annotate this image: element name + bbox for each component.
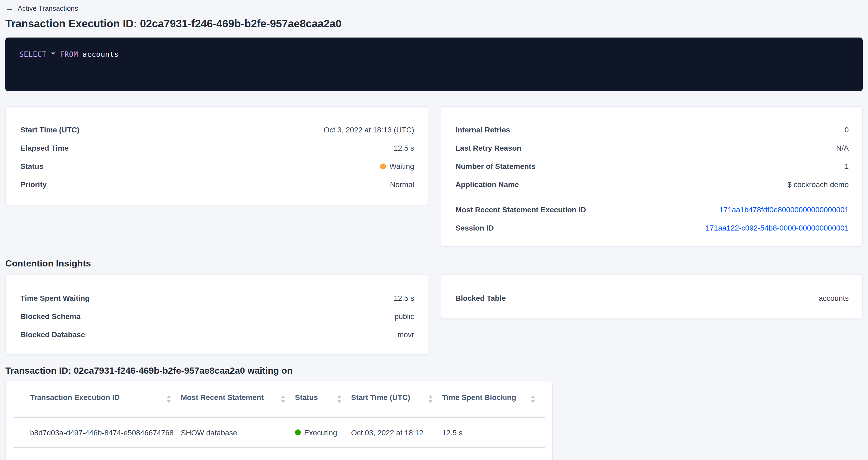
cell-most-recent-statement: SHOW database <box>181 428 295 437</box>
executing-status-dot-icon <box>295 429 301 435</box>
overview-cards-row: Start Time (UTC) Oct 3, 2022 at 18:13 (U… <box>5 106 863 247</box>
row-label: Priority <box>20 180 46 189</box>
row-value: Normal <box>390 180 414 189</box>
status-text: Waiting <box>390 162 414 171</box>
row-value: 12.5 s <box>394 144 414 152</box>
cell-time-spent-blocking: 12.5 s <box>442 428 545 437</box>
row-session-id: Session ID 171aa122-c092-54b8-0000-00000… <box>456 219 849 237</box>
column-header-transaction-execution-id[interactable]: Transaction Execution ID <box>30 393 181 405</box>
waiting-status-dot-icon <box>380 163 386 169</box>
contention-card-right: Blocked Table accounts <box>440 275 863 319</box>
row-internal-retries: Internal Retries 0 <box>456 121 849 139</box>
row-value: 0 <box>844 125 849 134</box>
row-value: public <box>395 312 414 320</box>
overview-card-left: Start Time (UTC) Oct 3, 2022 at 18:13 (U… <box>5 106 428 205</box>
row-label: Blocked Database <box>20 330 85 339</box>
row-value: Oct 3, 2022 at 18:13 (UTC) <box>323 125 414 134</box>
row-label: Blocked Schema <box>20 312 81 320</box>
row-last-retry-reason: Last Retry Reason N/A <box>456 139 849 157</box>
sql-statement-box: SELECT * FROM accounts <box>5 37 863 91</box>
row-application-name: Application Name $ cockroach demo <box>456 175 849 193</box>
cell-transaction-execution-id: b8d7d03a-d497-446b-8474-e50846674768 <box>30 428 181 437</box>
page-title: Transaction Execution ID: 02ca7931-f246-… <box>5 17 863 30</box>
row-status: Status Waiting <box>20 157 414 175</box>
row-value: 1 <box>844 162 849 171</box>
waiting-on-table-header: Transaction Execution ID Most Recent Sta… <box>13 381 545 418</box>
row-label: Status <box>20 162 43 171</box>
column-label[interactable]: Status <box>295 393 318 405</box>
contention-cards-row: Time Spent Waiting 12.5 s Blocked Schema… <box>5 275 863 355</box>
column-label[interactable]: Time Spent Blocking <box>442 393 516 405</box>
row-label: Application Name <box>456 180 519 189</box>
sort-icon[interactable] <box>428 395 432 403</box>
card-divider <box>456 197 849 197</box>
row-blocked-schema: Blocked Schema public <box>20 307 414 326</box>
session-id-link[interactable]: 171aa122-c092-54b8-0000-000000000001 <box>706 223 849 232</box>
waiting-on-table-card: Transaction Execution ID Most Recent Sta… <box>5 381 553 460</box>
sql-statement-text: SELECT * FROM accounts <box>19 50 863 58</box>
table-row: b8d7d03a-d497-446b-8474-e50846674768 SHO… <box>13 418 545 448</box>
column-header-status[interactable]: Status <box>295 393 351 405</box>
row-value: N/A <box>836 144 849 152</box>
row-label: Blocked Table <box>456 294 506 302</box>
row-label: Elapsed Time <box>20 144 69 152</box>
sql-keyword-from: FROM <box>60 50 78 58</box>
sql-keyword-select: SELECT <box>19 50 46 58</box>
row-value: accounts <box>819 294 849 302</box>
row-label: Internal Retries <box>456 125 510 134</box>
contention-insights-heading: Contention Insights <box>5 258 863 269</box>
row-time-spent-waiting: Time Spent Waiting 12.5 s <box>20 289 414 307</box>
status-text: Executing <box>304 428 337 437</box>
column-label[interactable]: Transaction Execution ID <box>30 393 120 405</box>
cell-status: Executing <box>295 428 351 437</box>
back-link-label[interactable]: Active Transactions <box>18 4 78 12</box>
column-header-start-time[interactable]: Start Time (UTC) <box>351 393 442 405</box>
row-value: 12.5 s <box>394 294 414 302</box>
row-number-of-statements: Number of Statements 1 <box>456 157 849 175</box>
row-label: Most Recent Statement Execution ID <box>456 205 586 214</box>
row-value: movr <box>398 330 414 339</box>
row-most-recent-statement-execution-id: Most Recent Statement Execution ID 171aa… <box>456 201 849 219</box>
column-label[interactable]: Most Recent Statement <box>181 393 264 405</box>
arrow-left-icon: ← <box>5 3 13 13</box>
sort-icon[interactable] <box>337 395 342 403</box>
row-label: Last Retry Reason <box>456 144 521 152</box>
sort-icon[interactable] <box>281 395 285 403</box>
statement-execution-id-link[interactable]: 171aa1b478fdf0e80000000000000001 <box>719 205 849 214</box>
overview-card-right: Internal Retries 0 Last Retry Reason N/A… <box>440 106 863 247</box>
back-link-active-transactions[interactable]: ← Active Transactions <box>5 3 863 13</box>
sql-identifier: accounts <box>78 50 119 58</box>
row-start-time: Start Time (UTC) Oct 3, 2022 at 18:13 (U… <box>20 121 414 139</box>
column-label[interactable]: Start Time (UTC) <box>351 393 410 405</box>
row-label: Session ID <box>456 223 494 232</box>
status-value: Waiting <box>380 162 414 171</box>
row-label: Number of Statements <box>456 162 536 171</box>
cell-start-time: Oct 03, 2022 at 18:12 <box>351 428 442 437</box>
row-label: Start Time (UTC) <box>20 125 79 134</box>
row-value: $ cockroach demo <box>787 180 849 189</box>
column-header-time-spent-blocking[interactable]: Time Spent Blocking <box>442 393 545 405</box>
row-elapsed-time: Elapsed Time 12.5 s <box>20 139 414 157</box>
waiting-on-heading: Transaction ID: 02ca7931-f246-469b-b2fe-… <box>5 366 863 376</box>
contention-card-left: Time Spent Waiting 12.5 s Blocked Schema… <box>5 275 428 355</box>
row-blocked-table: Blocked Table accounts <box>456 289 849 307</box>
sort-icon[interactable] <box>531 395 535 403</box>
column-header-most-recent-statement[interactable]: Most Recent Statement <box>181 393 295 405</box>
sort-icon[interactable] <box>167 395 171 403</box>
sql-star: * <box>46 50 60 58</box>
row-blocked-database: Blocked Database movr <box>20 326 414 344</box>
row-label: Time Spent Waiting <box>20 294 90 302</box>
transaction-details-page: ← Active Transactions Transaction Execut… <box>0 0 868 460</box>
row-priority: Priority Normal <box>20 175 414 193</box>
